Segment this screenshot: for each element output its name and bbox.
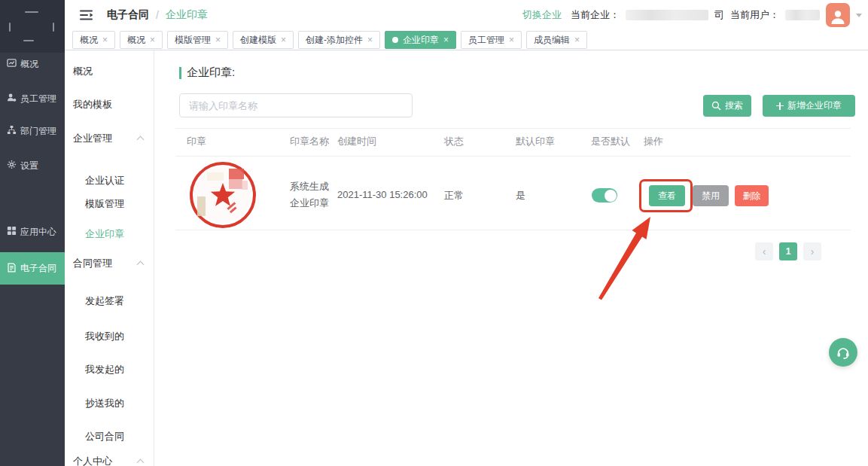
pagination-next[interactable]: › <box>803 242 821 260</box>
tab-label: 员工管理 <box>468 34 504 47</box>
headset-icon <box>836 345 851 360</box>
tab-bar: 概况× 概况× 模版管理× 创建模版× 创建-添加控件× 企业印章× 员工管理×… <box>65 30 868 50</box>
close-icon[interactable]: × <box>281 35 286 44</box>
secondary-sidebar: 概况 我的模板 企业管理 企业认证 模版管理 企业印章 合同管理 发起签署 我收… <box>65 50 154 466</box>
close-icon[interactable]: × <box>150 35 155 44</box>
search-icon <box>711 101 721 111</box>
submenu-template-management[interactable]: 模版管理 <box>85 196 124 212</box>
column-header-default-seal: 默认印章 <box>516 135 555 148</box>
chevron-up-icon <box>137 136 145 144</box>
table-row-border <box>175 230 851 230</box>
tab-overview-1[interactable]: 概况× <box>72 31 115 49</box>
created-time-cell: 2021-11-30 15:26:00 <box>337 189 428 200</box>
tab-label: 模版管理 <box>175 34 211 47</box>
tab-overview-2[interactable]: 概况× <box>120 31 163 49</box>
column-header-seal-name: 印章名称 <box>290 135 329 148</box>
tab-company-seal[interactable]: 企业印章× <box>385 31 456 49</box>
tab-label: 成员编辑 <box>534 34 570 47</box>
close-icon[interactable]: × <box>102 35 108 44</box>
sidebar-item-label: 设置 <box>20 160 38 172</box>
sidebar-item-employees[interactable]: 员工管理 <box>0 84 65 114</box>
submenu-contract-management[interactable]: 合同管理 <box>73 255 112 272</box>
submenu-initiated-by-me[interactable]: 我发起的 <box>85 361 124 378</box>
sidebar-item-label: 员工管理 <box>20 93 56 105</box>
sidebar-item-settings[interactable]: 设置 <box>0 151 65 181</box>
search-button[interactable]: 搜索 <box>703 95 751 117</box>
tab-label: 概况 <box>127 34 145 47</box>
title-accent-bar <box>179 67 181 79</box>
pagination-page-1[interactable]: 1 <box>779 242 797 260</box>
close-icon[interactable]: × <box>443 35 449 44</box>
topbar-right: 切换企业 当前企业： 司 当前用户： <box>522 0 862 30</box>
sidebar-item-app-center[interactable]: 应用中心 <box>0 217 65 247</box>
breadcrumb-root[interactable]: 电子合同 <box>107 8 149 22</box>
add-button-label: 新增企业印章 <box>787 99 842 112</box>
tab-label: 创建-添加控件 <box>306 34 363 47</box>
redacted-user-name <box>785 10 820 20</box>
submenu-company-seal[interactable]: 企业印章 <box>85 226 124 242</box>
submenu-company-contracts[interactable]: 公司合同 <box>85 428 124 445</box>
departments-icon <box>7 124 17 138</box>
current-user-label: 当前用户： <box>730 8 779 22</box>
sidebar-item-e-contract[interactable]: 电子合同 <box>0 252 65 285</box>
delete-button[interactable]: 删除 <box>735 185 769 206</box>
submenu-personal-center[interactable]: 个人中心 <box>73 453 112 466</box>
sidebar-item-departments[interactable]: 部门管理 <box>0 116 65 146</box>
redacted-company-name <box>626 10 708 20</box>
breadcrumb: 电子合同 / 企业印章 <box>107 0 208 30</box>
seal-name-cell: 系统生成企业印章 <box>290 178 335 212</box>
tab-member-edit[interactable]: 成员编辑× <box>526 31 587 49</box>
submenu-received[interactable]: 我收到的 <box>85 328 124 345</box>
sidebar-item-overview[interactable]: 概况 <box>0 49 65 79</box>
column-header-actions: 操作 <box>644 135 663 148</box>
switch-company-link[interactable]: 切换企业 <box>522 8 562 22</box>
overview-icon <box>7 57 17 71</box>
search-input[interactable] <box>179 93 413 117</box>
submenu-cc-to-me[interactable]: 抄送我的 <box>85 395 124 412</box>
pagination-prev[interactable]: ‹ <box>755 242 773 260</box>
submenu-initiate-signing[interactable]: 发起签署 <box>85 293 124 309</box>
submenu-my-templates[interactable]: 我的模板 <box>73 96 112 113</box>
submenu-overview[interactable]: 概况 <box>73 63 93 80</box>
default-toggle[interactable] <box>592 188 617 203</box>
view-button[interactable]: 查看 <box>649 185 685 206</box>
status-cell: 正常 <box>444 189 464 203</box>
caret-down-icon[interactable] <box>856 14 862 17</box>
sidebar-item-label: 概况 <box>20 58 38 71</box>
main-content: 企业印章: 搜索 新增企业印章 印章 印章名称 创建时间 状态 默认印章 是否默… <box>154 50 868 466</box>
settings-icon <box>7 159 17 172</box>
column-header-status: 状态 <box>444 135 464 148</box>
employees-icon <box>7 92 17 105</box>
close-icon[interactable]: × <box>574 35 580 44</box>
default-seal-cell: 是 <box>516 189 525 203</box>
submenu-company-certification[interactable]: 企业认证 <box>85 172 124 189</box>
table-top-border <box>175 128 851 129</box>
close-icon[interactable]: × <box>509 35 514 44</box>
tab-employee-management[interactable]: 员工管理× <box>461 31 522 49</box>
avatar[interactable] <box>826 3 850 27</box>
sidebar-item-label: 应用中心 <box>20 226 56 239</box>
chevron-up-icon <box>137 459 145 466</box>
column-header-is-default: 是否默认 <box>591 135 630 148</box>
tab-create-add-controls[interactable]: 创建-添加控件× <box>298 31 380 49</box>
close-icon[interactable]: × <box>367 35 373 44</box>
chevron-up-icon <box>137 261 145 269</box>
close-icon[interactable]: × <box>215 35 221 44</box>
customer-service-button[interactable] <box>829 338 857 367</box>
disable-button[interactable]: 禁用 <box>693 185 729 206</box>
page-title: 企业印章: <box>179 65 235 80</box>
toggle-knob <box>605 190 617 202</box>
breadcrumb-current: 企业印章 <box>166 8 208 22</box>
collapse-menu-icon[interactable] <box>80 10 93 20</box>
tab-label: 概况 <box>80 34 98 47</box>
page-title-text: 企业印章: <box>187 65 235 80</box>
app-logo <box>0 0 65 53</box>
add-seal-button[interactable]: 新增企业印章 <box>763 95 855 117</box>
tab-template-management[interactable]: 模版管理× <box>167 31 228 49</box>
tab-create-template[interactable]: 创建模版× <box>233 31 294 49</box>
seal-image <box>187 158 258 230</box>
current-company-label: 当前企业： <box>571 8 620 22</box>
sidebar-item-label: 部门管理 <box>20 125 56 138</box>
submenu-company-management[interactable]: 企业管理 <box>73 130 112 147</box>
breadcrumb-separator: / <box>156 9 159 21</box>
